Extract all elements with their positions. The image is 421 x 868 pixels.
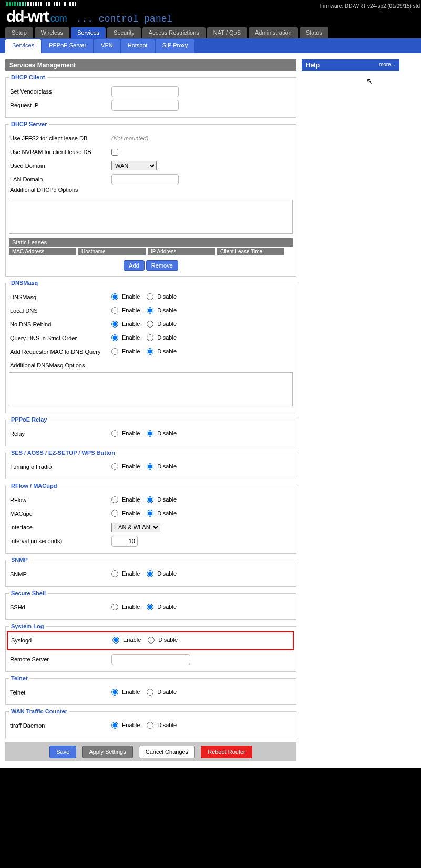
dnsmasq-query-dns-in-strict-order-label: Query DNS in Strict Order: [9, 335, 111, 341]
syslogd-label: Syslogd: [10, 637, 112, 644]
reboot-button[interactable]: Reboot Router: [201, 746, 252, 758]
addl-dhcpd-textarea[interactable]: [9, 200, 293, 234]
dnsmasq-query-dns-in-strict-order-disable-radio[interactable]: [147, 334, 153, 341]
pppoe-relay-enable-radio[interactable]: [111, 430, 118, 437]
addl-dnsmasq-textarea[interactable]: [9, 372, 293, 406]
dnsmasq-local-dns-enable-radio[interactable]: [111, 307, 118, 314]
interval-label: Interval (in seconds): [9, 538, 111, 544]
jffs2-label: Use JFFS2 for client lease DB: [9, 135, 111, 141]
subtab-pppoe-server[interactable]: PPPoE Server: [42, 39, 93, 53]
dnsmasq-no-dns-rebind-enable-radio[interactable]: [111, 321, 118, 328]
telnet-fieldset: Telnet Telnet Enable Disable: [5, 675, 296, 705]
apply-button[interactable]: Apply Settings: [82, 746, 132, 758]
ses-radio-off-label: Turning off radio: [9, 464, 111, 470]
lease-col-header: MAC Address: [9, 248, 76, 255]
dnsmasq-no-dns-rebind-disable-radio[interactable]: [147, 321, 153, 328]
vendorclass-label: Set Vendorclass: [9, 88, 111, 95]
tab-nat-qos[interactable]: NAT / QoS: [207, 27, 247, 38]
snmp-disable-radio[interactable]: [147, 570, 153, 577]
wan-traffic-legend: WAN Traffic Counter: [9, 708, 69, 714]
nvram-label: Use NVRAM for client lease DB: [9, 149, 111, 155]
syslogd-disable-radio[interactable]: [148, 637, 155, 644]
ttraff-label: ttraff Daemon: [9, 722, 111, 729]
dnsmasq-fieldset: DNSMasq DNSMasq Enable Disable Local DNS…: [5, 280, 296, 413]
add-button[interactable]: Add: [124, 260, 145, 271]
top-header: Firmware: DD-WRT v24-sp2 (01/09/15) std …: [0, 0, 421, 27]
tab-security[interactable]: Security: [107, 27, 141, 38]
dhcp-server-legend: DHCP Server: [9, 121, 49, 127]
ssh-legend: Secure Shell: [9, 590, 48, 596]
main-tabs: SetupWirelessServicesSecurityAccess Rest…: [0, 27, 421, 38]
dnsmasq-add-requestor-mac-to-dns-query-label: Add Requestor MAC to DNS Query: [9, 349, 111, 355]
rflow-legend: RFlow / MACupd: [9, 483, 59, 489]
dnsmasq-query-dns-in-strict-order-enable-radio[interactable]: [111, 334, 118, 341]
dnsmasq-dnsmasq-enable-radio[interactable]: [111, 293, 118, 300]
tab-wireless[interactable]: Wireless: [35, 27, 69, 38]
lan-domain-label: LAN Domain: [9, 176, 111, 182]
rflow-fieldset: RFlow / MACupd RFlow Enable Disable MACu…: [5, 483, 296, 554]
ses-legend: SES / AOSS / EZ-SETUP / WPS Button: [9, 450, 117, 456]
macupd-disable-radio[interactable]: [147, 510, 153, 517]
help-more-link[interactable]: more...: [379, 62, 395, 69]
subtab-hotspot[interactable]: Hotspot: [121, 39, 155, 53]
lease-column-headers: MAC AddressHostnameIP AddressClient Leas…: [9, 248, 293, 255]
lan-domain-input[interactable]: [111, 174, 179, 185]
nvram-checkbox[interactable]: [111, 149, 118, 156]
vendorclass-input[interactable]: [111, 86, 179, 97]
used-domain-select[interactable]: WAN: [111, 161, 157, 170]
tab-administration[interactable]: Administration: [249, 27, 298, 38]
ttraff-disable-radio[interactable]: [147, 722, 153, 729]
dhcp-client-legend: DHCP Client: [9, 74, 47, 80]
requestip-input[interactable]: [111, 100, 179, 111]
snmp-fieldset: SNMP SNMP Enable Disable: [5, 557, 296, 587]
subtab-vpn[interactable]: VPN: [94, 39, 120, 53]
help-title: Help: [306, 62, 320, 69]
dnsmasq-local-dns-disable-radio[interactable]: [147, 307, 153, 314]
sshd-disable-radio[interactable]: [147, 604, 153, 610]
macupd-enable-radio[interactable]: [111, 510, 118, 517]
ses-radio-off-disable-radio[interactable]: [147, 463, 153, 470]
help-header: Help more...: [302, 59, 399, 71]
tab-setup[interactable]: Setup: [5, 27, 33, 38]
rflow-disable-radio[interactable]: [147, 496, 153, 503]
remove-button[interactable]: Remove: [146, 260, 178, 271]
subtab-services[interactable]: Services: [5, 39, 41, 53]
sshd-label: SSHd: [9, 604, 111, 610]
telnet-legend: Telnet: [9, 675, 30, 681]
logo-control-panel: ... control panel: [76, 14, 173, 24]
telnet-enable-radio[interactable]: [111, 689, 118, 696]
save-button[interactable]: Save: [49, 746, 76, 758]
tab-status[interactable]: Status: [300, 27, 328, 38]
interface-select[interactable]: LAN & WLAN: [111, 523, 160, 532]
interval-input[interactable]: [111, 536, 138, 547]
tab-access-restrictions[interactable]: Access Restrictions: [142, 27, 206, 38]
rflow-enable-radio[interactable]: [111, 496, 118, 503]
pppoe-relay-label: Relay: [9, 431, 111, 437]
dnsmasq-legend: DNSMasq: [9, 280, 40, 286]
static-leases-header: Static Leases: [9, 238, 293, 247]
sshd-enable-radio[interactable]: [111, 604, 118, 610]
ses-radio-off-enable-radio[interactable]: [111, 463, 118, 470]
dnsmasq-add-requestor-mac-to-dns-query-enable-radio[interactable]: [111, 348, 118, 355]
remote-server-label: Remote Server: [9, 656, 111, 662]
snmp-enable-radio[interactable]: [111, 570, 118, 577]
cancel-button[interactable]: Cancel Changes: [139, 746, 195, 758]
requestip-label: Request IP: [9, 102, 111, 108]
subtab-sip-proxy[interactable]: SIP Proxy: [156, 39, 195, 53]
rflow-label: RFlow: [9, 497, 111, 503]
remote-server-input[interactable]: [111, 654, 190, 665]
main-content: Services Management DHCP Client Set Vend…: [0, 53, 421, 768]
dnsmasq-dnsmasq-disable-radio[interactable]: [147, 293, 153, 300]
lease-col-header: Hostname: [78, 248, 146, 255]
pppoe-relay-legend: PPPoE Relay: [9, 416, 49, 423]
dhcp-server-fieldset: DHCP Server Use JFFS2 for client lease D…: [5, 121, 296, 277]
ttraff-enable-radio[interactable]: [111, 722, 118, 729]
pppoe-relay-disable-radio[interactable]: [147, 430, 153, 437]
syslogd-enable-radio[interactable]: [112, 637, 119, 644]
tab-services[interactable]: Services: [71, 27, 106, 38]
firmware-text: Firmware: DD-WRT v24-sp2 (01/09/15) std: [320, 3, 420, 9]
used-domain-label: Used Domain: [9, 162, 111, 169]
addl-dnsmasq-label: Additional DNSMasq Options: [9, 362, 111, 369]
dnsmasq-add-requestor-mac-to-dns-query-disable-radio[interactable]: [147, 348, 153, 355]
telnet-disable-radio[interactable]: [147, 689, 153, 696]
